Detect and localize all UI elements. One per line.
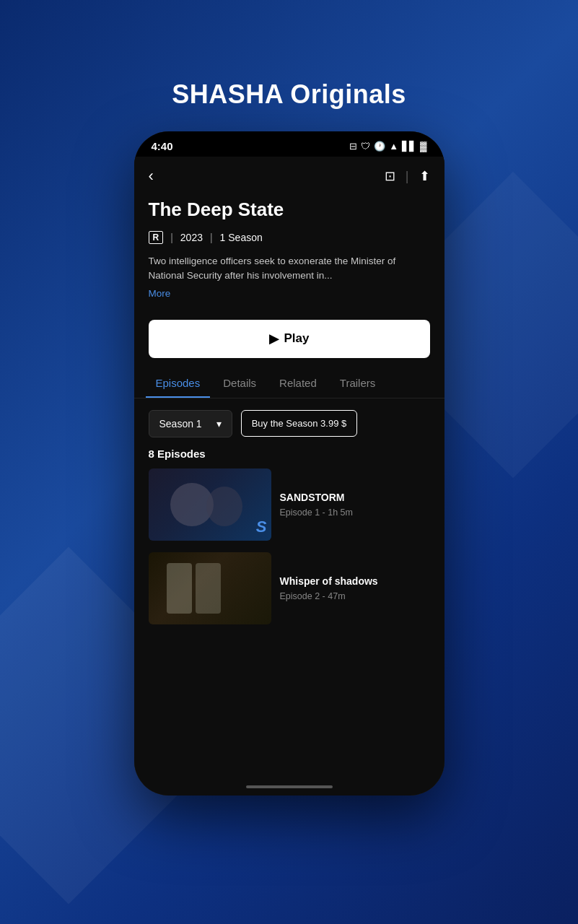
shield-icon: 🛡 — [361, 141, 370, 152]
top-nav: ‹ ⊡ | ⬆ — [134, 157, 445, 196]
episode-2-thumbnail — [149, 552, 271, 624]
play-label: Play — [284, 331, 310, 346]
nav-divider: | — [406, 169, 409, 184]
episodes-count: 8 Episodes — [134, 445, 445, 468]
show-seasons: 1 Season — [220, 232, 263, 243]
buy-season-button[interactable]: Buy the Season 3.99 $ — [241, 410, 358, 437]
phone-content: ‹ ⊡ | ⬆ The Deep State R | 2023 | 1 Seas… — [134, 157, 445, 778]
tabs: Episodes Details Related Trailers — [134, 370, 445, 398]
episode-item[interactable]: Whisper of shadows Episode 2 - 47m — [134, 552, 445, 636]
page-title: SHASHA Originals — [172, 79, 406, 110]
phone-frame: 4:40 ⊟ 🛡 🕐 ▲ ▋▋ ▓ ‹ ⊡ | ⬆ The Deep State… — [134, 131, 445, 796]
episode-2-duration: 47m — [328, 591, 345, 601]
back-button[interactable]: ‹ — [149, 167, 154, 186]
episode-item[interactable]: S SANDSTORM Episode 1 - 1h 5m — [134, 468, 445, 552]
tab-related[interactable]: Related — [269, 370, 327, 398]
episode-1-title: SANDSTORM — [280, 492, 430, 503]
battery-icon: ▓ — [420, 141, 426, 152]
tab-episodes[interactable]: Episodes — [146, 370, 211, 398]
status-time: 4:40 — [152, 140, 173, 152]
episode-2-num: Episode 2 — [280, 591, 320, 601]
cellular-icon: ▋▋ — [402, 141, 416, 152]
chevron-down-icon: ▾ — [216, 418, 222, 430]
episode-2-meta: Episode 2 - 47m — [280, 591, 430, 601]
episode-1-thumbnail: S — [149, 468, 271, 541]
episode-2-title: Whisper of shadows — [280, 575, 430, 587]
episode-1-info: SANDSTORM Episode 1 - 1h 5m — [280, 468, 430, 541]
home-bar — [246, 785, 333, 788]
clock-icon: 🕐 — [374, 141, 385, 152]
tab-details[interactable]: Details — [213, 370, 266, 398]
status-icons: ⊟ 🛡 🕐 ▲ ▋▋ ▓ — [349, 141, 426, 152]
show-info: The Deep State R | 2023 | 1 Season Two i… — [134, 196, 445, 311]
cast-icon[interactable]: ⊡ — [385, 168, 395, 184]
play-icon: ▶ — [269, 331, 279, 346]
play-button[interactable]: ▶ Play — [149, 320, 430, 358]
nav-right-actions: ⊡ | ⬆ — [385, 168, 430, 184]
thumb-logo-icon: S — [256, 518, 267, 536]
rating-badge: R — [149, 231, 164, 244]
meta-sep-1: | — [170, 232, 173, 243]
season-area: Season 1 ▾ Buy the Season 3.99 $ — [134, 398, 445, 445]
season-selector[interactable]: Season 1 ▾ — [149, 410, 232, 437]
status-bar: 4:40 ⊟ 🛡 🕐 ▲ ▋▋ ▓ — [134, 131, 445, 157]
wifi-icon: ▲ — [389, 141, 398, 152]
episode-1-duration: 1h 5m — [328, 507, 353, 518]
episode-2-info: Whisper of shadows Episode 2 - 47m — [280, 552, 430, 624]
home-indicator — [134, 778, 445, 796]
show-description: Two intelligence officers seek to exoner… — [149, 254, 430, 284]
signal-icon: ⊟ — [349, 141, 357, 152]
more-link[interactable]: More — [149, 288, 171, 299]
show-title: The Deep State — [149, 199, 430, 221]
show-meta: R | 2023 | 1 Season — [149, 231, 430, 244]
season-selector-text: Season 1 — [159, 418, 202, 430]
tab-trailers[interactable]: Trailers — [330, 370, 385, 398]
meta-sep-2: | — [210, 232, 213, 243]
episode-1-num: Episode 1 — [280, 507, 320, 518]
episode-1-meta: Episode 1 - 1h 5m — [280, 507, 430, 518]
share-icon[interactable]: ⬆ — [419, 168, 430, 184]
show-year: 2023 — [180, 232, 203, 243]
